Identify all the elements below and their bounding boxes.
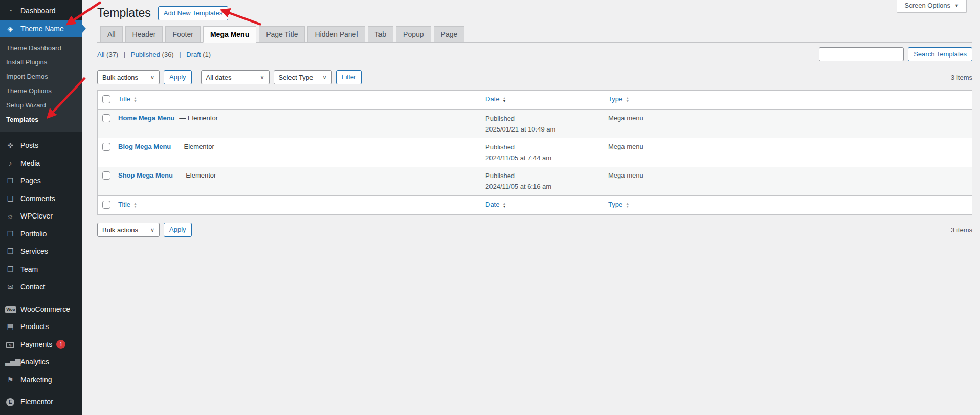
archive-box-icon: ▤ (5, 323, 15, 330)
bulk-actions-select-bottom[interactable]: Bulk actions ∨ (97, 223, 160, 237)
tab-tab[interactable]: Tab (368, 26, 394, 42)
comment-bubble-icon: ❑ (5, 195, 15, 202)
sort-arrows-icon: ▲▼ (133, 202, 137, 208)
screen-options-button[interactable]: Screen Options ▼ (897, 0, 967, 13)
row-checkbox[interactable] (102, 114, 110, 122)
sidebar-item-dashboard[interactable]: ◔ Dashboard (0, 2, 82, 20)
sidebar-item-portfolio[interactable]: ❒ Portfolio (0, 225, 82, 243)
sidebar-item-theme-dashboard[interactable]: Theme Dashboard (0, 41, 82, 55)
filter-count-all: (37) (106, 51, 118, 58)
sort-arrows-icon: ▲▼ (626, 202, 629, 208)
apply-button-bottom[interactable]: Apply (164, 223, 192, 237)
chevron-down-icon: ▼ (954, 3, 959, 8)
sort-by-date[interactable]: Date (485, 201, 499, 208)
sidebar-item-products[interactable]: ▤ Products (0, 318, 82, 336)
sort-arrows-icon: ▲▼ (133, 97, 137, 103)
filter-link-draft[interactable]: Draft (186, 51, 201, 58)
screen-options-label: Screen Options (904, 2, 950, 9)
tab-popup[interactable]: Popup (396, 26, 431, 42)
sidebar-item-team[interactable]: ❒ Team (0, 260, 82, 278)
sidebar-item-posts[interactable]: ✜ Posts (0, 137, 82, 155)
sidebar-item-label: Services (20, 247, 48, 255)
sidebar-item-wpclever[interactable]: ☼ WPClever (0, 207, 82, 225)
tab-header[interactable]: Header (125, 26, 163, 42)
sidebar-item-import-demos[interactable]: Import Demos (0, 70, 82, 84)
sidebar-item-marketing[interactable]: ⚑ Marketing (0, 371, 82, 389)
sidebar-item-theme-name[interactable]: ◈ Theme Name (0, 20, 82, 38)
tab-page-title[interactable]: Page Title (259, 26, 305, 42)
row-date: 2024/11/05 at 7:44 am (485, 154, 603, 162)
row-type: Mega menu (608, 143, 643, 150)
filter-button[interactable]: Filter (336, 70, 362, 84)
sidebar-item-analytics[interactable]: ▃▅▇ Analytics (0, 353, 82, 371)
dashboard-icon: ◔ (5, 7, 15, 14)
templates-table: Title▲▼ Date▲▼ Type▲▼ Home Mega Menu — E… (97, 90, 972, 215)
elementor-icon: E (5, 398, 15, 406)
template-type-tabs: All Header Footer Mega Menu Page Title H… (97, 26, 972, 43)
status-filter-links: All (37) | Published (36) | Draft (1) (97, 51, 211, 58)
sidebar-item-media[interactable]: ♪ Media (0, 155, 82, 172)
sidebar-separator (0, 296, 82, 300)
sidebar-item-label: WPClever (20, 212, 53, 220)
sidebar-item-services[interactable]: ❒ Services (0, 243, 82, 260)
tab-footer[interactable]: Footer (165, 26, 200, 42)
select-type-select[interactable]: Select Type ∨ (274, 70, 332, 84)
chevron-down-icon: ∨ (322, 74, 326, 81)
table-row: Blog Mega Menu — Elementor Published 202… (98, 138, 972, 167)
items-count: 3 items (951, 226, 972, 234)
template-title-link[interactable]: Blog Mega Menu (118, 143, 171, 150)
shield-check-icon: ◈ (5, 25, 15, 32)
sidebar-item-install-plugins[interactable]: Install Plugins (0, 55, 82, 70)
search-templates-button[interactable]: Search Templates (908, 47, 972, 61)
sidebar-item-elementor[interactable]: E Elementor (0, 393, 82, 411)
admin-sidebar: ◔ Dashboard ◈ Theme Name Theme Dashboard… (0, 0, 82, 415)
tab-mega-menu[interactable]: Mega Menu (203, 26, 256, 43)
chevron-down-icon: ∨ (150, 74, 154, 81)
select-all-checkbox[interactable] (102, 95, 110, 103)
sidebar-item-contact[interactable]: ✉ Contact (0, 278, 82, 296)
template-title-link[interactable]: Shop Mega Menu (118, 171, 173, 179)
bulk-actions-value: Bulk actions (102, 74, 138, 81)
pages-icon: ❐ (5, 177, 15, 184)
tab-all[interactable]: All (100, 26, 123, 42)
sidebar-separator (0, 388, 82, 393)
filter-link-published[interactable]: Published (131, 51, 160, 58)
pin-icon: ✜ (5, 142, 15, 149)
filter-link-all[interactable]: All (97, 51, 104, 58)
select-all-checkbox[interactable] (102, 201, 110, 209)
apply-button[interactable]: Apply (164, 70, 192, 84)
row-type: Mega menu (608, 114, 643, 122)
tab-hidden-panel[interactable]: Hidden Panel (307, 26, 365, 42)
sidebar-item-woocommerce[interactable]: Woo WooCommerce (0, 300, 82, 318)
sidebar-item-label: Products (20, 322, 49, 331)
sidebar-item-label: Media (20, 159, 40, 167)
table-row: Home Mega Menu — Elementor Published 202… (98, 110, 972, 138)
tab-page[interactable]: Page (434, 26, 465, 42)
sidebar-item-setup-wizard[interactable]: Setup Wizard (0, 98, 82, 113)
add-new-templates-button[interactable]: Add New Templates (158, 6, 228, 20)
sidebar-item-pages[interactable]: ❐ Pages (0, 172, 82, 190)
search-templates-input[interactable] (819, 47, 904, 61)
all-dates-select[interactable]: All dates ∨ (201, 70, 270, 84)
row-checkbox[interactable] (102, 171, 110, 180)
sort-by-date[interactable]: Date (485, 95, 499, 103)
template-title-link[interactable]: Home Mega Menu (118, 114, 175, 122)
sort-by-type[interactable]: Type (608, 201, 622, 208)
sidebar-item-comments[interactable]: ❑ Comments (0, 190, 82, 208)
sort-by-title[interactable]: Title (118, 95, 130, 103)
sort-by-type[interactable]: Type (608, 95, 622, 103)
row-checkbox[interactable] (102, 143, 110, 151)
sidebar-item-theme-options[interactable]: Theme Options (0, 84, 82, 98)
sidebar-item-label: Team (20, 265, 38, 273)
row-status: Published (485, 114, 603, 123)
sort-by-title[interactable]: Title (118, 201, 130, 208)
sort-arrows-icon: ▲▼ (626, 97, 629, 103)
row-status: Published (485, 171, 603, 180)
sort-arrows-icon: ▲▼ (502, 202, 506, 208)
sidebar-item-label: Dashboard (20, 7, 56, 15)
sidebar-item-templates-current[interactable]: Templates (0, 113, 82, 127)
row-status: Published (485, 143, 603, 151)
sidebar-item-label: Payments (20, 340, 52, 348)
bulk-actions-select[interactable]: Bulk actions ∨ (97, 70, 160, 84)
sidebar-item-payments[interactable]: $ Payments 1 (0, 336, 82, 354)
